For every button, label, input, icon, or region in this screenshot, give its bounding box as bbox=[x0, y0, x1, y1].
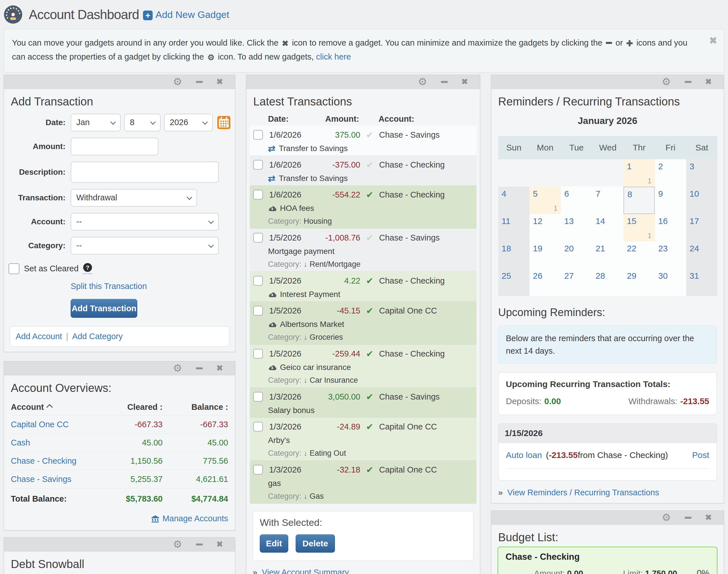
account-link[interactable]: Chase - Checking bbox=[11, 456, 97, 466]
calendar-picker-icon[interactable] bbox=[217, 116, 230, 129]
gear-icon[interactable] bbox=[173, 539, 182, 549]
calendar-day-cell[interactable]: 24 bbox=[686, 241, 718, 269]
amount-input[interactable] bbox=[71, 138, 158, 155]
calendar-day-cell[interactable]: 7 bbox=[592, 187, 624, 214]
account-link[interactable]: Cash bbox=[11, 438, 97, 447]
view-reminders-link[interactable]: View Reminders / Recurring Transactions bbox=[507, 488, 659, 497]
calendar-day-cell[interactable]: 13 bbox=[561, 214, 592, 241]
transaction-type-select[interactable]: Withdrawal bbox=[71, 189, 197, 207]
close-icon[interactable] bbox=[705, 78, 712, 86]
calendar-day-cell[interactable]: 30 bbox=[655, 269, 686, 296]
click-here-link[interactable]: click here bbox=[316, 52, 351, 61]
transaction-checkbox[interactable] bbox=[253, 422, 263, 432]
calendar-day-cell[interactable]: 18 bbox=[498, 241, 530, 269]
calendar-day-cell[interactable]: 28 bbox=[592, 269, 624, 296]
gear-icon[interactable] bbox=[662, 512, 671, 523]
calendar-day-cell[interactable]: 22 bbox=[624, 241, 655, 269]
add-account-link[interactable]: Add Account bbox=[16, 332, 62, 341]
transaction-checkbox[interactable] bbox=[253, 233, 263, 243]
column-account[interactable]: Account bbox=[11, 402, 97, 412]
day-select[interactable]: 8 bbox=[124, 114, 161, 131]
minimize-icon[interactable] bbox=[441, 81, 448, 83]
minimize-icon[interactable] bbox=[685, 517, 691, 519]
account-link[interactable]: Capital One CC bbox=[11, 420, 97, 429]
manage-accounts-link[interactable]: Manage Accounts bbox=[162, 514, 228, 523]
calendar-day-cell[interactable]: 11 bbox=[624, 159, 655, 187]
gear-icon[interactable] bbox=[173, 77, 182, 87]
add-category-link[interactable]: Add Category bbox=[72, 332, 123, 341]
view-account-summary-link[interactable]: View Account Summary bbox=[262, 568, 349, 574]
calendar-day-cell[interactable]: 26 bbox=[530, 269, 561, 296]
minimize-icon[interactable] bbox=[196, 367, 203, 369]
close-icon[interactable] bbox=[217, 78, 223, 86]
add-new-gadget-link[interactable]: Add New Gadget bbox=[155, 9, 229, 20]
delete-button[interactable]: Delete bbox=[295, 534, 335, 552]
description-input[interactable] bbox=[71, 162, 219, 183]
transaction-checkbox[interactable] bbox=[253, 465, 263, 475]
account-select[interactable]: -- bbox=[71, 213, 219, 231]
calendar-day-cell[interactable]: 10 bbox=[686, 187, 718, 214]
calendar-day-number: 19 bbox=[533, 244, 542, 253]
gear-icon[interactable] bbox=[662, 77, 671, 87]
calendar-day-cell[interactable]: 19 bbox=[530, 241, 561, 269]
calendar-day-cell[interactable]: 3 bbox=[686, 159, 718, 187]
transaction-description: Geico car insurance bbox=[280, 363, 351, 372]
close-icon[interactable] bbox=[217, 540, 223, 548]
month-select[interactable]: Jan bbox=[71, 114, 121, 131]
calendar-day-cell[interactable]: 16 bbox=[655, 214, 686, 241]
add-transaction-button[interactable]: Add Transaction bbox=[71, 299, 137, 318]
transaction-date: 1/5/2026 bbox=[269, 276, 318, 286]
calendar-day-cell[interactable]: 20 bbox=[561, 241, 592, 269]
calendar-day-cell[interactable]: 29 bbox=[624, 269, 655, 296]
calendar-day-cell[interactable]: 8 bbox=[624, 187, 655, 214]
category-select[interactable]: -- bbox=[71, 237, 219, 254]
transaction-checkbox[interactable] bbox=[253, 349, 263, 359]
transaction-checkbox[interactable] bbox=[253, 190, 263, 200]
calendar-day-cell[interactable]: 23 bbox=[655, 241, 686, 269]
transaction-checkbox[interactable] bbox=[253, 306, 263, 316]
calendar-day-cell[interactable]: 25 bbox=[498, 269, 530, 296]
close-icon[interactable] bbox=[705, 514, 712, 522]
category-down-icon: ↓ bbox=[304, 376, 307, 385]
transaction-checkbox[interactable] bbox=[253, 130, 263, 140]
calendar-day-cell[interactable]: 11 bbox=[498, 214, 530, 241]
year-select[interactable]: 2026 bbox=[164, 114, 213, 131]
calendar-day-cell[interactable]: 51 bbox=[530, 187, 561, 214]
calendar-day-cell[interactable]: 6 bbox=[561, 187, 592, 214]
help-icon[interactable] bbox=[83, 263, 92, 274]
calendar-day-cell[interactable]: 17 bbox=[686, 214, 718, 241]
description-label: Description: bbox=[8, 168, 65, 177]
edit-button[interactable]: Edit bbox=[260, 534, 288, 552]
account-row: Capital One CC-667.33-667.33 bbox=[11, 415, 228, 434]
calendar-day-cell[interactable]: 2 bbox=[655, 159, 686, 187]
calendar-day-cell[interactable]: 12 bbox=[530, 214, 561, 241]
reminder-name-link[interactable]: Auto loan bbox=[506, 450, 542, 460]
calendar-day-cell[interactable]: 14 bbox=[592, 214, 624, 241]
transaction-checkbox[interactable] bbox=[253, 392, 263, 402]
close-icon[interactable] bbox=[217, 364, 223, 372]
minimize-icon[interactable] bbox=[196, 543, 203, 545]
calendar-day-cell[interactable]: 21 bbox=[592, 241, 624, 269]
post-link[interactable]: Post bbox=[692, 450, 709, 460]
split-transaction-link[interactable]: Split this Transaction bbox=[71, 282, 147, 291]
total-balance-row: Total Balance: $5,783.60 $4,774.84 bbox=[11, 488, 228, 506]
cloud-download-icon bbox=[268, 291, 277, 298]
minimize-icon[interactable] bbox=[196, 81, 203, 83]
set-as-cleared-checkbox[interactable] bbox=[8, 263, 19, 274]
transaction-checkbox[interactable] bbox=[253, 276, 263, 286]
calendar-day-cell[interactable]: 31 bbox=[686, 269, 718, 296]
banner-close-icon[interactable]: ✖ bbox=[709, 34, 718, 47]
date-label: Date: bbox=[8, 118, 65, 127]
gear-icon[interactable] bbox=[418, 77, 427, 87]
transaction-checkbox[interactable] bbox=[253, 160, 263, 170]
calendar-day-cell[interactable]: 4 bbox=[498, 187, 530, 214]
calendar-day-cell[interactable]: 27 bbox=[561, 269, 592, 296]
minimize-icon[interactable] bbox=[685, 81, 691, 83]
gear-icon[interactable] bbox=[173, 363, 182, 373]
debt-snowball-gadget: Debt Snowball Total Debt: $152,353.91 Mo… bbox=[4, 537, 235, 574]
close-icon[interactable] bbox=[461, 78, 468, 86]
calendar-day-number: 5 bbox=[533, 189, 538, 199]
calendar-day-cell[interactable]: 9 bbox=[655, 187, 686, 214]
calendar-day-cell[interactable]: 151 bbox=[624, 214, 655, 241]
account-link[interactable]: Chase - Savings bbox=[11, 475, 97, 484]
